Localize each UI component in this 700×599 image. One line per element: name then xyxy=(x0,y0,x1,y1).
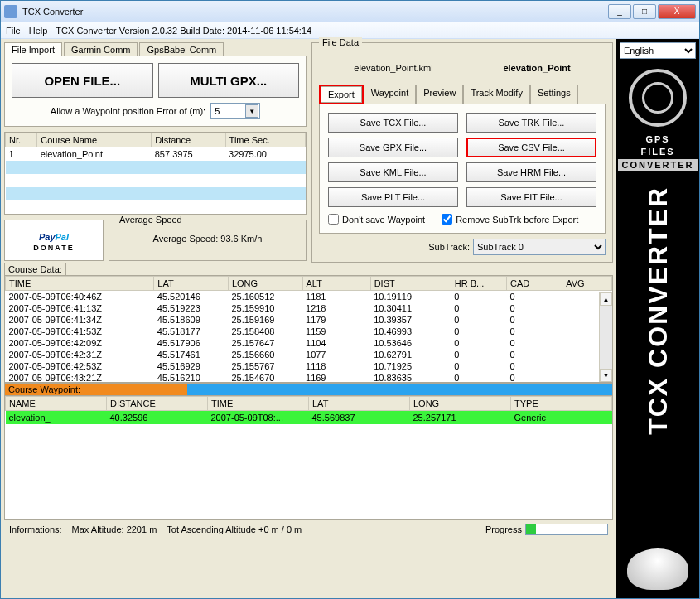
table-row: 2007-05-09T06:42:09Z45.51790625.15764711… xyxy=(6,337,612,349)
tab-track-modify[interactable]: Track Modify xyxy=(463,85,530,104)
sidebar: English GPS FILES CONVERTER TCX CONVERTE… xyxy=(616,39,699,598)
table-row: 2007-05-09T06:42:53Z45.51692925.15576711… xyxy=(6,360,612,372)
save-trk-button[interactable]: Save TRK File... xyxy=(466,113,596,133)
maximize-button[interactable]: □ xyxy=(633,4,656,19)
save-tcx-button[interactable]: Save TCX File... xyxy=(328,113,458,133)
waypoint-error-label: Allow a Waypoint position Error of (m): xyxy=(51,106,205,116)
app-icon xyxy=(4,5,17,18)
menu-help[interactable]: Help xyxy=(29,26,48,36)
scrollbar[interactable]: ▲▼ xyxy=(599,292,612,382)
menubar: File Help TCX Converter Version 2.0.32 B… xyxy=(1,22,699,39)
tab-file-import[interactable]: File Import xyxy=(4,42,62,56)
remove-subtrk-checkbox[interactable]: Remove SubTrk before Export xyxy=(442,214,578,225)
sidebar-branding: GPS FILES CONVERTER xyxy=(618,133,697,171)
course-data-label: Course Data: xyxy=(4,263,66,275)
save-gpx-button[interactable]: Save GPX File... xyxy=(328,138,458,157)
statusbar: Informations: Max Altitude: 2201 m Tot A… xyxy=(4,519,613,538)
table-row: 2007-05-09T06:41:13Z45.51922325.15991012… xyxy=(6,302,612,314)
helmet-icon xyxy=(627,548,688,590)
table-row: 2007-05-09T06:41:34Z45.51860925.15916911… xyxy=(6,314,612,326)
table-row: 2007-05-09T06:43:21Z45.51621025.15467011… xyxy=(6,372,612,383)
save-csv-button[interactable]: Save CSV File... xyxy=(466,138,596,157)
course-table[interactable]: Nr.Course NameDistanceTime Sec. 1elevati… xyxy=(4,132,307,215)
close-button[interactable]: X xyxy=(658,4,696,19)
table-row: 2007-05-09T06:42:31Z45.51746125.15666010… xyxy=(6,349,612,360)
average-speed-panel: Average Speed Average Speed: 93.6 Km/h xyxy=(109,220,307,261)
save-kml-button[interactable]: Save KML File... xyxy=(328,162,458,182)
waypoint-error-spinner[interactable]: 5▼ xyxy=(210,103,260,119)
dont-save-waypoint-checkbox[interactable]: Don't save Waypoint xyxy=(328,214,425,225)
status-max-alt: Max Altitude: 2201 m xyxy=(72,524,157,534)
course-name: elevation_Point xyxy=(503,63,570,73)
course-data-table[interactable]: TIMELATLONGALTDISTHR B...CADAVG 2007-05-… xyxy=(4,275,613,383)
save-hrm-button[interactable]: Save HRM File... xyxy=(466,162,596,182)
progress-label: Progress xyxy=(485,524,522,534)
course-waypoint-table[interactable]: NAMEDISTANCETIMELATLONGTYPE elevation_40… xyxy=(4,395,613,519)
tab-settings[interactable]: Settings xyxy=(530,85,578,104)
table-row: 2007-05-09T06:40:46Z45.52014625.16051211… xyxy=(6,291,612,303)
titlebar: TCX Converter _ □ X xyxy=(1,1,699,22)
status-info: Informations: xyxy=(9,524,62,534)
status-tot-asc: Tot Ascending Altitude +0 m / 0 m xyxy=(167,524,302,534)
tab-export[interactable]: Export xyxy=(321,86,362,103)
tab-preview[interactable]: Preview xyxy=(416,85,463,104)
tab-waypoint[interactable]: Waypoint xyxy=(364,85,416,104)
progress-bar xyxy=(525,524,608,535)
window-title: TCX Converter xyxy=(22,7,608,17)
version-label: TCX Converter Version 2.0.32 Build Date:… xyxy=(56,26,311,36)
sidebar-title: TCX CONVERTER xyxy=(643,186,673,435)
save-plt-button[interactable]: Save PLT File... xyxy=(328,187,458,207)
file-data-legend: File Data xyxy=(319,37,362,47)
open-file-button[interactable]: OPEN FILE... xyxy=(12,63,153,98)
multi-gpx-button[interactable]: MULTI GPX... xyxy=(158,63,300,98)
subtrack-select[interactable]: SubTrack 0 xyxy=(473,239,606,255)
gear-icon xyxy=(629,69,687,127)
language-select[interactable]: English xyxy=(620,42,696,59)
menu-file[interactable]: File xyxy=(6,26,21,36)
chevron-down-icon[interactable]: ▼ xyxy=(245,104,258,118)
minimize-button[interactable]: _ xyxy=(608,4,631,19)
course-waypoint-label: Course Waypoint: xyxy=(4,383,613,395)
save-fit-button[interactable]: Save FIT File... xyxy=(466,187,596,207)
tab-garmin-comm[interactable]: Garmin Comm xyxy=(64,42,138,56)
subtrack-label: SubTrack: xyxy=(428,242,470,252)
table-row: elevation_40.325962007-05-09T08:...45.56… xyxy=(6,411,612,425)
tab-gpsbabel-comm[interactable]: GpsBabel Comm xyxy=(139,42,224,56)
table-row: 2007-05-09T06:41:53Z45.51817725.15840811… xyxy=(6,326,612,337)
paypal-donate-button[interactable]: PayPal DONATE xyxy=(4,220,104,261)
file-name: elevation_Point.kml xyxy=(354,63,432,73)
table-row: 1elevation_Point857.397532975.00 xyxy=(6,147,306,162)
